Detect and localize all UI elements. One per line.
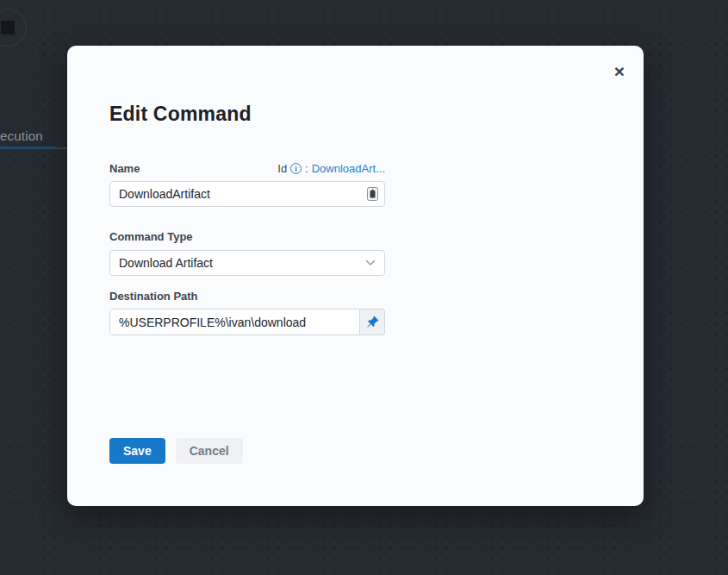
cancel-button[interactable]: Cancel (176, 438, 243, 464)
edit-command-modal: × Edit Command Name Id i : DownloadArt..… (67, 46, 644, 506)
chevron-down-icon (365, 259, 376, 266)
command-type-value: Download Artifact (119, 256, 213, 270)
close-button[interactable]: × (607, 59, 632, 84)
pin-button[interactable] (360, 309, 385, 335)
stop-button[interactable] (0, 9, 27, 47)
modal-title: Edit Command (109, 103, 252, 126)
name-input[interactable] (109, 181, 385, 207)
stop-icon (1, 21, 15, 34)
modal-actions: Save Cancel (109, 438, 243, 464)
command-type-select[interactable]: Download Artifact (109, 250, 385, 276)
tab-bar-border (56, 147, 68, 149)
name-label-row: Name Id i : DownloadArt... (109, 162, 385, 175)
screen: ecution × Edit Command Name Id i : Downl… (0, 0, 728, 575)
command-id-part: Id i : DownloadArt... (277, 162, 385, 175)
pushpin-icon (366, 316, 379, 328)
destination-path-input[interactable] (109, 309, 360, 335)
name-input-wrap (109, 181, 385, 207)
save-button[interactable]: Save (109, 438, 165, 464)
command-type-label: Command Type (109, 230, 193, 243)
id-label: Id (277, 162, 287, 175)
name-label: Name (109, 162, 140, 175)
id-value-link[interactable]: DownloadArt... (312, 162, 385, 175)
destination-path-group (109, 309, 385, 335)
tab-execution[interactable]: ecution (0, 128, 43, 144)
id-separator: : (305, 162, 308, 175)
autofill-extension-icon[interactable] (367, 187, 378, 201)
active-tab-indicator (0, 147, 56, 149)
info-icon[interactable]: i (290, 163, 302, 174)
destination-path-label: Destination Path (109, 290, 198, 303)
